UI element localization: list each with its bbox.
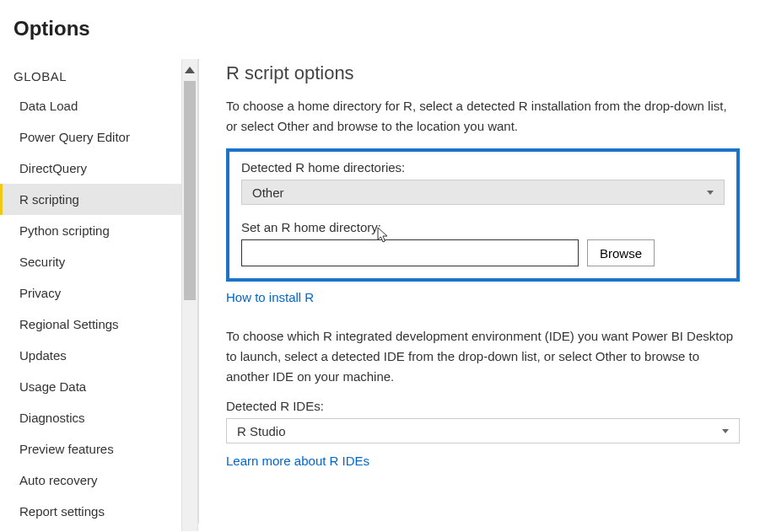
chevron-up-icon [185,67,195,73]
sidebar: GLOBAL Data Load Power Query Editor Dire… [0,49,198,530]
sidebar-section-heading: GLOBAL [0,64,198,90]
detected-home-label: Detected R home directories: [241,160,725,175]
sidebar-item-power-query-editor[interactable]: Power Query Editor [0,121,198,153]
sidebar-item-report-settings[interactable]: Report settings [0,496,198,527]
set-home-input[interactable] [241,239,579,266]
caret-down-icon [707,191,714,195]
content-intro: To choose a home directory for R, select… [226,96,740,137]
set-home-label: Set an R home directory: [241,220,725,234]
sidebar-item-usage-data[interactable]: Usage Data [0,371,198,402]
how-to-install-r-link[interactable]: How to install R [226,290,314,304]
detected-ide-value: R Studio [237,424,286,438]
sidebar-item-privacy[interactable]: Privacy [0,277,198,309]
detected-ide-label: Detected R IDEs: [226,399,740,413]
sidebar-item-python-scripting[interactable]: Python scripting [0,215,198,246]
detected-home-value: Other [252,185,284,200]
set-home-row: Browse [241,239,725,266]
sidebar-item-security[interactable]: Security [0,246,198,277]
sidebar-item-preview-features[interactable]: Preview features [0,433,198,465]
detected-home-dropdown[interactable]: Other [241,180,725,205]
browse-button[interactable]: Browse [587,239,655,266]
detected-ide-dropdown[interactable]: R Studio [226,418,740,443]
sidebar-item-directquery[interactable]: DirectQuery [0,153,198,184]
scroll-thumb[interactable] [184,81,196,300]
content-title: R script options [226,62,740,84]
sidebar-item-diagnostics[interactable]: Diagnostics [0,402,198,433]
content-panel: R script options To choose a home direct… [199,49,760,530]
sidebar-item-updates[interactable]: Updates [0,340,198,371]
scroll-up-button[interactable] [182,59,197,81]
sidebar-item-auto-recovery[interactable]: Auto recovery [0,465,198,496]
learn-more-r-ides-link[interactable]: Learn more about R IDEs [226,454,369,468]
sidebar-item-data-load[interactable]: Data Load [0,90,198,121]
main-container: GLOBAL Data Load Power Query Editor Dire… [0,49,760,530]
r-home-highlight-box: Detected R home directories: Other Set a… [226,148,740,282]
sidebar-item-r-scripting[interactable]: R scripting [0,184,198,215]
sidebar-scrollbar[interactable] [181,59,198,531]
caret-down-icon [722,429,729,433]
sidebar-item-regional-settings[interactable]: Regional Settings [0,309,198,340]
ide-intro: To choose which R integrated development… [226,326,740,387]
dialog-title: Options [0,0,760,49]
